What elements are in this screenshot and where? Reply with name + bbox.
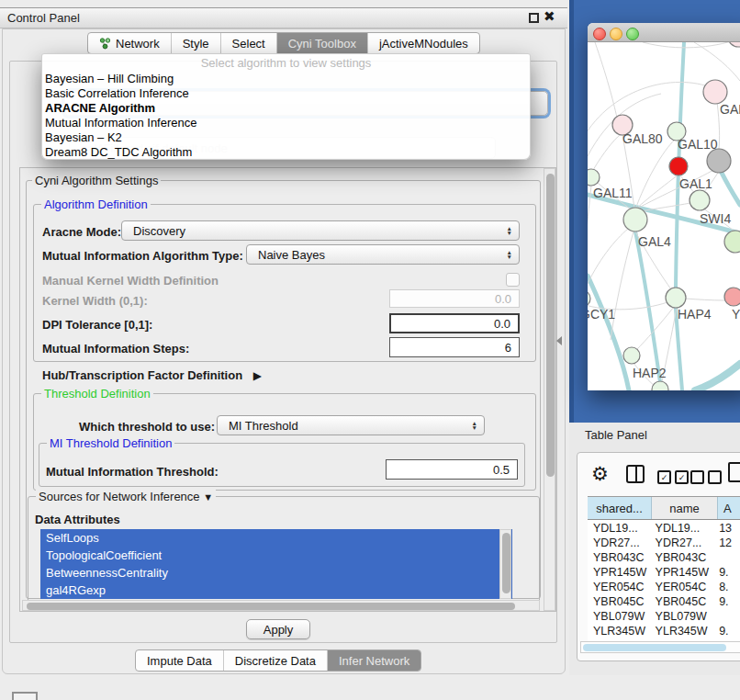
algorithm-dropdown-popup: Select algorithm to view settings Bayesi… bbox=[41, 53, 531, 160]
network-canvas[interactable]: GAL GAL80 GAL10 GAL1 GAL11 SWI4 GAL4 GCY… bbox=[588, 42, 740, 390]
float-window-button[interactable] bbox=[529, 13, 539, 23]
network-node[interactable] bbox=[728, 42, 740, 47]
which-threshold-combo[interactable]: MI Threshold ▲▼ bbox=[217, 415, 485, 435]
node-label: GAL4 bbox=[638, 234, 671, 249]
control-panel-titlebar: Control Panel bbox=[0, 7, 567, 28]
mi-threshold-field[interactable]: 0.5 bbox=[386, 459, 518, 480]
node-label: HAP4 bbox=[678, 307, 712, 322]
list-scrollbar[interactable] bbox=[499, 529, 511, 599]
close-traffic-light[interactable] bbox=[593, 28, 606, 40]
combo-spinner-icon: ▲▼ bbox=[507, 250, 512, 259]
table-row[interactable]: YPR145W YPR145W 9. bbox=[588, 565, 740, 580]
network-node-gal1[interactable] bbox=[690, 190, 710, 210]
table-panel-title: Table Panel bbox=[585, 428, 647, 442]
column-header-truncated[interactable]: A bbox=[718, 497, 740, 519]
settings-scrollbar[interactable] bbox=[544, 168, 555, 611]
dropdown-item[interactable]: Bayesian – Hill Climbing bbox=[42, 72, 530, 86]
table-row[interactable]: YBR043C YBR043C bbox=[588, 550, 740, 565]
control-panel-title: Control Panel bbox=[7, 11, 80, 25]
select-all-checkboxes-icon[interactable]: ✓✓ bbox=[657, 470, 689, 484]
algorithm-definition-title: Algorithm Definition bbox=[41, 198, 151, 211]
dropdown-item[interactable]: Dream8 DC_TDC Algorithm bbox=[42, 145, 530, 160]
node-label: SWI4 bbox=[700, 211, 731, 226]
list-item-selected[interactable]: BetweennessCentrality bbox=[40, 564, 512, 581]
network-icon bbox=[99, 38, 111, 50]
dpi-tolerance-field[interactable]: 0.0 bbox=[389, 313, 520, 333]
column-header-name[interactable]: name bbox=[652, 497, 718, 519]
network-node-swi4[interactable] bbox=[724, 231, 740, 253]
node-label: GAL80 bbox=[622, 131, 663, 146]
mi-algorithm-type-label: Mutual Information Algorithm Type: bbox=[42, 249, 243, 263]
tab-network[interactable]: Network bbox=[88, 33, 172, 53]
network-node-gray[interactable] bbox=[707, 149, 731, 173]
minimize-traffic-light[interactable] bbox=[610, 28, 622, 40]
network-node-gal11[interactable] bbox=[588, 169, 600, 186]
zoom-traffic-light[interactable] bbox=[626, 28, 639, 40]
table-row[interactable]: YER054C YER054C 8. bbox=[588, 580, 740, 594]
network-node-hap2[interactable] bbox=[623, 347, 640, 364]
table-row[interactable]: YDL19... YDL19... 13 bbox=[588, 521, 740, 536]
dpi-tolerance-label: DPI Tolerance [0,1]: bbox=[42, 318, 152, 332]
dropdown-item-highlighted[interactable]: ARACNE Algorithm bbox=[42, 101, 530, 116]
list-item-selected[interactable]: SelfLoops bbox=[40, 529, 512, 547]
table-row[interactable]: YBR045C YBR045C 9. bbox=[588, 594, 740, 609]
node-table: shared... name A YDL19... YDL19... 13 YD… bbox=[588, 496, 740, 643]
table-row[interactable]: YLR345W YLR345W 9. bbox=[588, 624, 740, 638]
combo-spinner-icon: ▲▼ bbox=[507, 226, 512, 235]
tab-jactivemnodules[interactable]: jActiveMNodules bbox=[368, 33, 479, 53]
floating-tool-button[interactable] bbox=[12, 692, 38, 700]
which-threshold-label: Which threshold to use: bbox=[79, 420, 215, 434]
table-row[interactable]: YDR27... YDR27... 12 bbox=[588, 536, 740, 550]
file-icon[interactable] bbox=[728, 462, 740, 482]
hub-definition-toggle[interactable]: Hub/Transcription Factor Definition ▶ bbox=[42, 368, 262, 382]
horizontal-scrollbar[interactable] bbox=[22, 600, 540, 611]
threshold-definition-title: Threshold Definition bbox=[41, 387, 153, 401]
network-node-hap4[interactable] bbox=[666, 288, 686, 308]
tab-infer-network[interactable]: Infer Network bbox=[328, 650, 420, 671]
network-node[interactable] bbox=[703, 80, 727, 104]
kernel-width-label: Kernel Width (0,1): bbox=[42, 294, 148, 308]
chevron-right-icon: ▶ bbox=[253, 369, 262, 382]
gear-icon[interactable]: ⚙ bbox=[591, 463, 609, 485]
table-horizontal-scrollbar[interactable] bbox=[580, 641, 740, 653]
dropdown-item[interactable]: Bayesian – K2 bbox=[42, 130, 530, 145]
screen: { "colors": { "selection_blue": "#3d6bc5… bbox=[0, 0, 740, 700]
list-item-selected[interactable]: TopologicalCoefficient bbox=[40, 547, 512, 564]
tab-impute-data[interactable]: Impute Data bbox=[136, 650, 224, 671]
apply-button[interactable]: Apply bbox=[246, 619, 310, 639]
network-node-selected-red[interactable] bbox=[669, 157, 688, 175]
node-label: HAP2 bbox=[633, 366, 667, 380]
dropdown-item[interactable]: Basic Correlation Inference bbox=[42, 86, 530, 101]
mi-steps-label: Mutual Information Steps: bbox=[42, 342, 189, 356]
manual-kernel-width-checkbox[interactable] bbox=[506, 273, 520, 287]
cyni-mode-tabbar: Impute Data Discretize Data Infer Networ… bbox=[135, 649, 421, 672]
dropdown-item[interactable]: Mutual Information Inference bbox=[42, 116, 530, 130]
list-item-selected[interactable]: gal4RGexp bbox=[40, 581, 512, 599]
mi-algorithm-type-combo[interactable]: Naive Bayes ▲▼ bbox=[246, 244, 520, 265]
aracne-mode-combo[interactable]: Discovery ▲▼ bbox=[121, 220, 520, 241]
table-row[interactable]: YBL079W YBL079W bbox=[588, 609, 740, 624]
node-label: GCY1 bbox=[588, 307, 615, 322]
mi-steps-field[interactable]: 6 bbox=[389, 337, 520, 357]
control-panel-tabbar: Network Style Select Cyni Toolbox jActiv… bbox=[87, 32, 480, 54]
columns-icon[interactable] bbox=[626, 465, 645, 483]
node-label: GAL1 bbox=[679, 176, 712, 191]
network-node[interactable] bbox=[652, 381, 668, 390]
network-node-salmon[interactable] bbox=[724, 288, 740, 306]
tab-select[interactable]: Select bbox=[221, 33, 277, 53]
close-panel-button[interactable]: ✖ bbox=[544, 8, 555, 25]
tab-style[interactable]: Style bbox=[172, 33, 221, 53]
split-pane-grip-icon[interactable] bbox=[556, 336, 562, 345]
tab-cyni-toolbox[interactable]: Cyni Toolbox bbox=[277, 33, 368, 53]
manual-kernel-width-label: Manual Kernel Width Definition bbox=[42, 274, 219, 288]
combo-spinner-icon: ▲▼ bbox=[472, 421, 477, 430]
data-attributes-list: SelfLoops TopologicalCoefficient Between… bbox=[40, 529, 512, 599]
tab-discretize-data[interactable]: Discretize Data bbox=[224, 650, 328, 671]
node-label: Y bbox=[732, 307, 740, 322]
kernel-width-field[interactable]: 0.0 bbox=[389, 289, 520, 308]
network-node-gcy1[interactable] bbox=[588, 290, 590, 307]
network-node-gal4[interactable] bbox=[623, 208, 647, 231]
deselect-all-checkboxes-icon[interactable] bbox=[690, 470, 722, 484]
column-header-shared-name[interactable]: shared... bbox=[588, 497, 652, 519]
sources-title[interactable]: Sources for Network Inference ▼ bbox=[36, 490, 216, 503]
